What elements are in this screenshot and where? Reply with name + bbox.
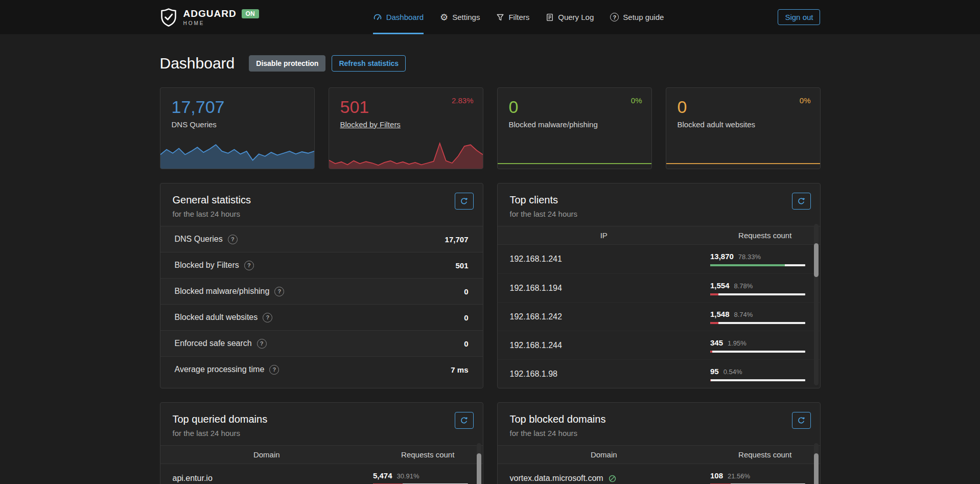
top-queried-refresh-button[interactable] — [455, 412, 474, 429]
help-icon[interactable]: ? — [257, 339, 267, 349]
page-header: Dashboard Disable protection Refresh sta… — [160, 34, 821, 72]
general-statistics-card: General statistics for the last 24 hours… — [160, 183, 483, 388]
nav-item-dashboard[interactable]: Dashboard — [373, 0, 424, 34]
request-count: 5,474 — [373, 471, 392, 480]
top-clients-scrollbar[interactable] — [814, 224, 819, 385]
refresh-statistics-button[interactable]: Refresh statistics — [332, 55, 406, 72]
client-ip: 192.168.1.242 — [498, 312, 710, 321]
dashboard-gauge-icon — [373, 13, 382, 22]
general-statistics-subtitle: for the last 24 hours — [173, 210, 471, 218]
stat-card-blocked-adult: 0 Blocked adult websites 0% — [666, 87, 821, 169]
brand-name: ADGUARD — [183, 8, 237, 19]
client-ip: 192.168.1.98 — [498, 370, 710, 379]
blocked-adult-percent: 0% — [800, 96, 811, 105]
nav-settings-label: Settings — [452, 13, 480, 21]
blocked-slash-icon[interactable] — [608, 474, 617, 483]
blocked-adult-sparkline — [666, 141, 820, 169]
brand-subtitle: HOME — [183, 20, 259, 26]
gear-icon: ⚙ — [440, 13, 448, 22]
nav-item-settings[interactable]: ⚙ Settings — [440, 0, 480, 34]
top-blocked-title: Top blocked domains — [510, 413, 808, 425]
stat-row-processing-time: Average processing time? 7 ms — [160, 356, 483, 382]
scrollbar-thumb[interactable] — [814, 243, 819, 277]
general-statistics-list: DNS Queries? 17,707 Blocked by Filters? … — [160, 226, 483, 382]
request-percent: 30.91% — [397, 472, 419, 480]
top-blocked-scrollbar[interactable] — [814, 443, 819, 484]
page-title: Dashboard — [160, 55, 235, 72]
stat-row-value: 501 — [455, 261, 468, 270]
blocked-adult-value: 0 — [678, 98, 809, 117]
funnel-icon — [496, 13, 504, 21]
client-row: 192.168.1.241 13,87078.33% — [498, 245, 820, 273]
help-icon[interactable]: ? — [244, 261, 254, 270]
nav-item-query-log[interactable]: Query Log — [546, 0, 594, 34]
stat-card-dns-queries: 17,707 DNS Queries — [160, 87, 315, 169]
protection-status-badge: ON — [242, 9, 259, 18]
column-header-ip: IP — [498, 231, 710, 240]
column-header-domain: Domain — [498, 450, 710, 459]
request-count: 345 — [710, 338, 723, 347]
blocked-malware-percent: 0% — [631, 96, 642, 105]
nav-dashboard-label: Dashboard — [386, 13, 424, 21]
help-icon[interactable]: ? — [228, 235, 238, 244]
request-bar — [710, 293, 806, 295]
request-bar-fill — [710, 293, 718, 295]
help-icon[interactable]: ? — [274, 287, 284, 296]
column-header-requests: Requests count — [710, 450, 820, 459]
top-clients-title: Top clients — [510, 194, 808, 206]
help-icon[interactable]: ? — [269, 365, 279, 375]
top-clients-table-header: IP Requests count — [498, 226, 820, 245]
request-count: 108 — [710, 471, 723, 480]
client-row: 192.168.1.242 1,5488.74% — [498, 302, 820, 331]
top-queried-scrollbar[interactable] — [477, 443, 481, 484]
blocked-domain-row: vortex.data.microsoft.com 10821.56% — [498, 464, 820, 484]
blocked-filters-link[interactable]: Blocked by Filters — [340, 120, 472, 129]
blocked-adult-label: Blocked adult websites — [678, 120, 809, 129]
nav-item-filters[interactable]: Filters — [496, 0, 529, 34]
blocked-filters-sparkline — [329, 141, 483, 169]
stat-row-label: DNS Queries — [175, 235, 223, 244]
refresh-icon — [460, 197, 468, 205]
help-icon[interactable]: ? — [263, 313, 272, 322]
top-blocked-refresh-button[interactable] — [792, 412, 811, 429]
blocked-malware-sparkline — [498, 141, 651, 169]
stat-card-blocked-by-filters: 501 Blocked by Filters 2.83% — [329, 87, 483, 169]
request-percent: 78.33% — [738, 253, 761, 261]
top-queried-title: Top queried domains — [173, 413, 471, 425]
brand-text: ADGUARD ON HOME — [183, 8, 259, 26]
stat-row-label: Blocked by Filters — [175, 261, 239, 270]
request-percent: 1.95% — [728, 339, 746, 347]
top-blocked-table-header: Domain Requests count — [498, 445, 820, 464]
disable-protection-button[interactable]: Disable protection — [249, 55, 325, 72]
sign-out-button[interactable]: Sign out — [778, 9, 820, 25]
top-clients-card: Top clients for the last 24 hours IP Req… — [497, 183, 821, 388]
main-menu: Dashboard ⚙ Settings Filters — [373, 0, 664, 34]
general-statistics-header: General statistics for the last 24 hours — [160, 183, 483, 226]
nav-setup-guide-label: Setup guide — [623, 13, 664, 21]
request-bar-fill — [710, 322, 718, 324]
nav-item-setup-guide[interactable]: ? Setup guide — [610, 0, 664, 34]
column-header-requests: Requests count — [373, 450, 483, 459]
scrollbar-thumb[interactable] — [477, 453, 481, 484]
blocked-malware-value: 0 — [509, 98, 640, 117]
blocked-domain: vortex.data.microsoft.com — [510, 474, 603, 483]
request-count: 95 — [710, 367, 719, 376]
stat-row-label: Average processing time — [175, 365, 265, 374]
adguard-home-logo[interactable]: ADGUARD ON HOME — [160, 8, 259, 27]
request-bar — [710, 264, 806, 266]
panels-row-1: General statistics for the last 24 hours… — [160, 183, 821, 388]
blocked-malware-label: Blocked malware/phishing — [509, 120, 640, 129]
dns-queries-sparkline — [160, 141, 314, 169]
blocked-filters-percent: 2.83% — [452, 96, 474, 105]
top-clients-refresh-button[interactable] — [792, 193, 811, 210]
general-statistics-refresh-button[interactable] — [455, 193, 474, 210]
request-bar — [710, 379, 806, 381]
column-header-domain: Domain — [160, 450, 373, 459]
request-percent: 21.56% — [728, 472, 750, 480]
queried-domain-row: api.entur.io 5,47430.91% — [160, 464, 483, 484]
top-clients-subtitle: for the last 24 hours — [510, 210, 808, 218]
scrollbar-thumb[interactable] — [814, 453, 819, 484]
stat-row-blocked-filters: Blocked by Filters? 501 — [160, 252, 483, 278]
request-percent: 0.54% — [724, 368, 742, 376]
top-queried-subtitle: for the last 24 hours — [173, 429, 471, 437]
